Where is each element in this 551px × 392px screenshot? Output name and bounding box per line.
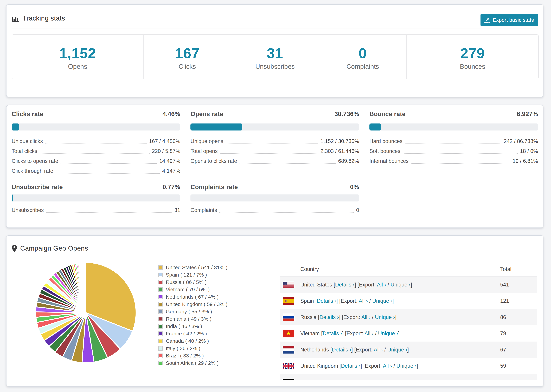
details-link[interactable]: Details › bbox=[341, 363, 360, 369]
legend-item: Netherlands ( 67 / 4% ) bbox=[158, 293, 227, 301]
geo-row-total: 79 bbox=[500, 330, 506, 336]
rates-column-2: Opens rate30.736%Unique opens1,152 / 30.… bbox=[191, 111, 359, 215]
rate-progress-fill bbox=[369, 124, 381, 131]
legend-item: Romania ( 49 / 3% ) bbox=[158, 315, 227, 322]
rate-value: 0.77% bbox=[162, 183, 180, 191]
legend-swatch bbox=[158, 331, 163, 336]
legend-swatch bbox=[158, 287, 163, 292]
dotted-leader bbox=[40, 146, 149, 156]
dotted-leader bbox=[403, 146, 518, 156]
legend-swatch bbox=[158, 354, 163, 358]
rates-card: Clicks rate4.46%Unique clicks167 / 4.456… bbox=[6, 105, 544, 228]
rate-progress-track bbox=[369, 124, 538, 131]
rate-progress-track bbox=[12, 195, 180, 202]
tracking-stats-title: Tracking stats bbox=[12, 14, 65, 22]
rate-rows: Unique clicks167 / 4.456%Total clicks220… bbox=[12, 136, 180, 176]
flag-de-icon bbox=[283, 379, 294, 380]
legend-swatch bbox=[158, 346, 163, 351]
dotted-leader bbox=[226, 136, 318, 146]
export-all-link[interactable]: All › bbox=[377, 282, 386, 288]
rate-row-value: 14.497% bbox=[159, 158, 180, 164]
stat-value: 167 bbox=[175, 45, 199, 61]
export-unique-link[interactable]: Unique › bbox=[378, 330, 398, 336]
rate-title: Opens rate bbox=[191, 111, 223, 118]
legend-swatch-color bbox=[159, 281, 162, 284]
legend-swatch-color bbox=[159, 347, 162, 350]
tracking-stats-title-text: Tracking stats bbox=[23, 14, 65, 22]
geo-opens-table: Country Total United States [Details ›] … bbox=[280, 262, 537, 380]
export-all-link[interactable]: All › bbox=[374, 347, 383, 353]
rate-row-value: 689.82% bbox=[338, 158, 359, 164]
legend-swatch bbox=[158, 339, 163, 343]
rate-rows: Hard bounces242 / 86.738%Soft bounces18 … bbox=[369, 136, 538, 166]
rate-row: Unique opens1,152 / 30.736% bbox=[191, 136, 359, 146]
rate-group-clicks-rate: Clicks rate4.46%Unique clicks167 / 4.456… bbox=[12, 111, 180, 183]
export-basic-stats-button[interactable]: Export basic stats bbox=[480, 14, 538, 26]
legend-swatch-color bbox=[159, 325, 162, 328]
export-all-link[interactable]: All › bbox=[365, 330, 374, 336]
stat-cell-unsubscribes: 31Unsubscribes bbox=[231, 35, 319, 79]
details-link[interactable]: Details › bbox=[319, 314, 339, 320]
geo-body: United States ( 541 / 31% )Spain ( 121 /… bbox=[12, 257, 538, 386]
geo-row-total: 67 bbox=[500, 347, 506, 353]
rate-progress-fill bbox=[191, 124, 242, 131]
rate-value: 4.46% bbox=[162, 111, 180, 118]
rate-row: Internal bounces19 / 6.81% bbox=[369, 156, 538, 166]
legend-swatch-color bbox=[159, 354, 162, 357]
geo-row-country: Russia [Details ›] [Export: All › / Uniq… bbox=[300, 314, 396, 320]
legend-swatch bbox=[158, 309, 163, 314]
rate-row-value: 167 / 4.456% bbox=[149, 138, 180, 144]
legend-label: France ( 42 / 2% ) bbox=[166, 331, 207, 336]
dotted-leader bbox=[46, 205, 172, 215]
rate-group-opens-rate: Opens rate30.736%Unique opens1,152 / 30.… bbox=[191, 111, 359, 183]
rate-group-unsubscribe-rate: Unsubscribe rate0.77%Unsubscribes31 bbox=[12, 183, 180, 215]
rate-progress-fill bbox=[12, 124, 19, 131]
export-unique-link[interactable]: Unique › bbox=[387, 347, 407, 353]
legend-swatch-color bbox=[159, 339, 162, 343]
rate-row-value: 18 / 0% bbox=[520, 148, 538, 154]
geo-row-country: United Kingdom [Details ›] [Export: All … bbox=[300, 363, 418, 369]
details-link[interactable]: Details › bbox=[335, 282, 354, 288]
export-unique-link[interactable]: Unique › bbox=[375, 314, 395, 320]
stat-cell-opens: 1,152Opens bbox=[12, 35, 144, 79]
dotted-leader bbox=[411, 156, 510, 166]
legend-label: Romania ( 49 / 3% ) bbox=[166, 316, 212, 322]
rate-progress-track bbox=[191, 124, 359, 131]
export-unique-link[interactable]: Unique › bbox=[381, 379, 401, 380]
stat-value: 31 bbox=[267, 45, 283, 61]
rate-progress-track bbox=[12, 124, 180, 131]
flag-nl-icon bbox=[283, 346, 294, 354]
export-all-link[interactable]: All › bbox=[359, 298, 368, 304]
legend-label: Russia ( 86 / 5% ) bbox=[166, 279, 206, 285]
geo-table-row: United Kingdom [Details ›] [Export: All … bbox=[280, 358, 537, 374]
details-link[interactable]: Details › bbox=[323, 330, 342, 336]
details-link[interactable]: Details › bbox=[332, 347, 351, 353]
export-unique-link[interactable]: Unique › bbox=[396, 363, 417, 369]
rate-row-value: 4.147% bbox=[162, 168, 180, 174]
rate-rows: Complaints0 bbox=[191, 205, 359, 215]
legend-label: Germany ( 55 / 3% ) bbox=[166, 309, 212, 315]
rate-rows: Unique opens1,152 / 30.736%Total opens2,… bbox=[191, 136, 359, 166]
export-all-link[interactable]: All › bbox=[367, 379, 376, 380]
export-all-link[interactable]: All › bbox=[383, 363, 392, 369]
details-link[interactable]: Details › bbox=[317, 298, 336, 304]
legend-item: South Africa ( 29 / 2% ) bbox=[158, 359, 227, 367]
rate-value: 30.736% bbox=[334, 111, 359, 118]
export-all-link[interactable]: All › bbox=[361, 314, 370, 320]
export-unique-link[interactable]: Unique › bbox=[372, 298, 392, 304]
rate-row: Unsubscribes31 bbox=[12, 205, 180, 215]
rate-row-label: Unique clicks bbox=[12, 138, 43, 144]
geo-opens-pie-chart[interactable] bbox=[35, 261, 137, 364]
rates-column-3: Bounce rate6.927%Hard bounces242 / 86.73… bbox=[369, 111, 538, 215]
export-unique-link[interactable]: Unique › bbox=[390, 282, 410, 288]
stat-value: 0 bbox=[359, 45, 367, 61]
rate-row-value: 19 / 6.81% bbox=[513, 158, 538, 164]
stat-value: 1,152 bbox=[59, 45, 96, 61]
geo-table-row: Russia [Details ›] [Export: All › / Uniq… bbox=[280, 309, 537, 325]
rate-head-unsubscribe-rate: Unsubscribe rate0.77% bbox=[12, 183, 180, 193]
rate-row-label: Unsubscribes bbox=[12, 207, 44, 213]
dotted-leader bbox=[56, 166, 160, 176]
details-link[interactable]: Details › bbox=[325, 379, 345, 380]
legend-label: Vietnam ( 79 / 5% ) bbox=[166, 287, 210, 293]
rate-rows: Unsubscribes31 bbox=[12, 205, 180, 215]
